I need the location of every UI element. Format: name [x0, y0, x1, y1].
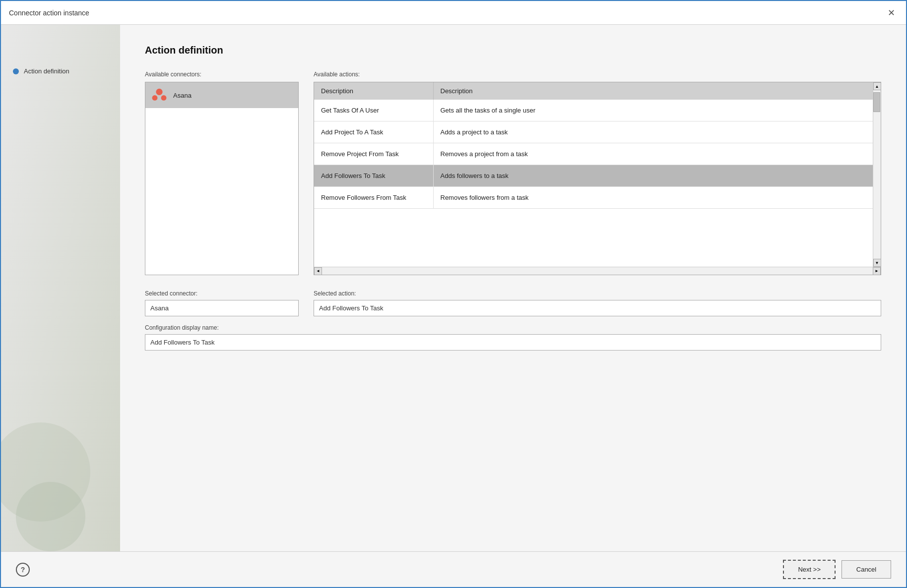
sidebar-item-label: Action definition: [24, 67, 69, 75]
scroll-right-arrow[interactable]: ►: [873, 267, 881, 275]
scroll-up-arrow[interactable]: ▲: [873, 82, 881, 90]
scroll-left-arrow[interactable]: ◄: [314, 267, 322, 275]
connector-name-asana: Asana: [173, 92, 192, 99]
action-desc-0: Gets all the tasks of a single user: [433, 100, 873, 121]
cancel-button[interactable]: Cancel: [842, 560, 891, 579]
svg-point-2: [161, 95, 167, 101]
connector-item-asana[interactable]: Asana: [145, 82, 298, 108]
scroll-track[interactable]: [873, 90, 881, 259]
action-row-0[interactable]: Get Tasks Of A User Gets all the tasks o…: [314, 100, 873, 121]
two-col-layout: Available connectors: Asana: [145, 71, 881, 275]
horizontal-scrollbar[interactable]: ◄ ►: [314, 267, 881, 275]
dialog-window: Connector action instance ✕ Action defin…: [0, 0, 907, 588]
selected-connector-group: Selected connector:: [145, 290, 299, 316]
next-button[interactable]: Next >>: [783, 560, 836, 579]
help-button[interactable]: ?: [16, 563, 30, 577]
asana-icon: [150, 86, 168, 104]
main-content: Action definition Available connectors:: [120, 25, 906, 551]
dialog-body: Action definition Action definition Avai…: [1, 25, 906, 551]
config-name-row: Configuration display name:: [145, 324, 881, 351]
svg-point-0: [156, 89, 162, 95]
selected-action-label: Selected action:: [314, 290, 881, 297]
horiz-track: [322, 267, 873, 275]
action-name-1: Add Project To A Task: [314, 121, 433, 143]
actions-table-wrapper: Description Description Get Tasks Of A U…: [314, 82, 881, 275]
sidebar: Action definition: [1, 25, 120, 551]
action-row-2[interactable]: Remove Project From Task Removes a proje…: [314, 143, 873, 165]
svg-point-1: [152, 95, 158, 101]
sidebar-bullet: [13, 68, 19, 74]
action-desc-4: Removes followers from a task: [433, 187, 873, 209]
action-row-1[interactable]: Add Project To A Task Adds a project to …: [314, 121, 873, 143]
bottom-fields: Selected connector: Selected action: Con…: [145, 290, 881, 358]
title-bar: Connector action instance ✕: [1, 1, 906, 25]
config-name-group: Configuration display name:: [145, 324, 881, 351]
connectors-list: Asana: [145, 82, 299, 275]
dialog-title: Connector action instance: [9, 9, 89, 17]
action-name-3: Add Followers To Task: [314, 165, 433, 187]
action-name-4: Remove Followers From Task: [314, 187, 433, 209]
dialog-footer: ? Next >> Cancel: [1, 551, 906, 587]
scroll-thumb[interactable]: [873, 92, 880, 112]
action-row-3[interactable]: Add Followers To Task Adds followers to …: [314, 165, 873, 187]
action-row-4[interactable]: Remove Followers From Task Removes follo…: [314, 187, 873, 209]
section-title: Action definition: [145, 45, 881, 56]
selected-connector-label: Selected connector:: [145, 290, 299, 297]
config-name-input[interactable]: [145, 334, 881, 351]
actions-panel: Available actions: Description Descripti…: [314, 71, 881, 275]
selected-action-group: Selected action:: [314, 290, 881, 316]
action-name-0: Get Tasks Of A User: [314, 100, 433, 121]
selected-action-input[interactable]: [314, 300, 881, 316]
action-name-2: Remove Project From Task: [314, 143, 433, 165]
close-button[interactable]: ✕: [884, 6, 898, 20]
footer-left: ?: [16, 563, 30, 577]
vertical-scrollbar[interactable]: ▲ ▼: [873, 82, 881, 267]
sidebar-item-action-definition[interactable]: Action definition: [11, 64, 110, 78]
action-desc-1: Adds a project to a task: [433, 121, 873, 143]
col-header-description1: Description: [314, 82, 433, 100]
connectors-panel: Available connectors: Asana: [145, 71, 299, 275]
selected-fields-row: Selected connector: Selected action:: [145, 290, 881, 316]
selected-connector-input[interactable]: [145, 300, 299, 316]
sidebar-decoration2: [16, 482, 85, 551]
action-desc-2: Removes a project from a task: [433, 143, 873, 165]
actions-grid: Description Description Get Tasks Of A U…: [314, 82, 873, 209]
actions-table: Description Description Get Tasks Of A U…: [314, 82, 881, 267]
actions-label: Available actions:: [314, 71, 881, 78]
action-desc-3: Adds followers to a task: [433, 165, 873, 187]
footer-right: Next >> Cancel: [783, 560, 891, 579]
config-name-label: Configuration display name:: [145, 324, 881, 331]
connectors-label: Available connectors:: [145, 71, 299, 78]
col-header-description2: Description: [433, 82, 873, 100]
scroll-down-arrow[interactable]: ▼: [873, 259, 881, 267]
